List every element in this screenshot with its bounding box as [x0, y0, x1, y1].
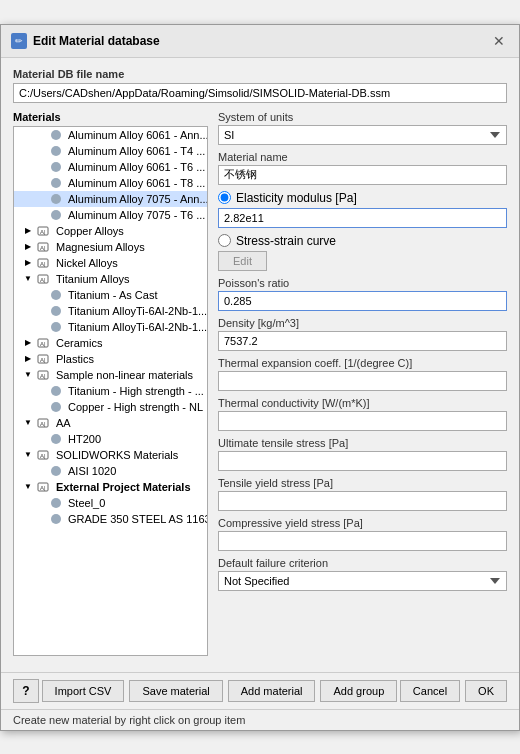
svg-text:A|: A| [40, 453, 46, 459]
help-button[interactable]: ? [13, 679, 39, 703]
tree-item-ti2[interactable]: Titanium AlloyTi-6Al-2Nb-1... [14, 303, 207, 319]
tensile-input[interactable] [218, 491, 507, 511]
tree-item-label: AA [56, 417, 71, 429]
svg-text:A|: A| [40, 357, 46, 363]
tree-item-label: Aluminum Alloy 7075 - Ann... [68, 193, 207, 205]
expand-icon[interactable]: ▶ [22, 225, 34, 237]
expand-icon[interactable]: ▼ [22, 417, 34, 429]
tree-item-alum5[interactable]: Aluminum Alloy 7075 - Ann... [14, 191, 207, 207]
tree-item-label: Steel_0 [68, 497, 105, 509]
tensile-label: Tensile yield stress [Pa] [218, 477, 507, 489]
elasticity-radio[interactable] [218, 191, 231, 204]
tree-item-label: SOLIDWORKS Materials [56, 449, 178, 461]
expand-icon[interactable]: ▶ [22, 353, 34, 365]
mat-name-row: Material name [218, 151, 507, 185]
cancel-button[interactable]: Cancel [400, 680, 460, 702]
tree-item-grade[interactable]: GRADE 350 STEEL AS 1163 [14, 511, 207, 527]
tree-item-alum3[interactable]: Aluminum Alloy 6061 - T6 ... [14, 159, 207, 175]
tree-item-label: Aluminum Alloy 6061 - T4 ... [68, 145, 205, 157]
tree-item-ht200[interactable]: HT200 [14, 431, 207, 447]
compressive-input[interactable] [218, 531, 507, 551]
stress-strain-label[interactable]: Stress-strain curve [236, 234, 336, 248]
close-button[interactable]: ✕ [489, 31, 509, 51]
tree-item-copper[interactable]: ▶A|Copper Alloys [14, 223, 207, 239]
tree-item-ti_high[interactable]: Titanium - High strength - ... [14, 383, 207, 399]
file-path-input[interactable] [13, 83, 507, 103]
expand-icon[interactable]: ▼ [22, 369, 34, 381]
tree-item-copper_high[interactable]: Copper - High strength - NL [14, 399, 207, 415]
expand-icon[interactable]: ▶ [22, 241, 34, 253]
material-dot-icon [51, 210, 61, 220]
units-select[interactable]: SI CGS IPS [218, 125, 507, 145]
tree-item-label: Titanium AlloyTi-6Al-2Nb-1... [68, 305, 207, 317]
tree-item-label: GRADE 350 STEEL AS 1163 [68, 513, 207, 525]
tree-item-nickel[interactable]: ▶A|Nickel Alloys [14, 255, 207, 271]
tree-item-ti3[interactable]: Titanium AlloyTi-6Al-2Nb-1... [14, 319, 207, 335]
mat-name-input[interactable] [218, 165, 507, 185]
tree-item-titanium[interactable]: ▼A|Titanium Alloys [14, 271, 207, 287]
group-icon: A| [37, 369, 49, 381]
stress-strain-row: Stress-strain curve Edit [218, 234, 507, 271]
tree-item-ceramics[interactable]: ▶A|Ceramics [14, 335, 207, 351]
materials-label: Materials [13, 111, 208, 123]
tree-item-alum6[interactable]: Aluminum Alloy 7075 - T6 ... [14, 207, 207, 223]
tree-item-alum4[interactable]: Aluminum Alloy 6061 - T8 ... [14, 175, 207, 191]
left-buttons: ? [13, 679, 39, 703]
svg-text:A|: A| [40, 277, 46, 283]
thermal-cond-label: Thermal conductivity [W/(m*K)] [218, 397, 507, 409]
expand-icon[interactable]: ▶ [22, 257, 34, 269]
elasticity-row: Elasticity modulus [Pa] [218, 191, 507, 228]
right-panel: System of units SI CGS IPS Material name… [218, 111, 507, 656]
expand-icon[interactable]: ▼ [22, 481, 34, 493]
thermal-exp-label: Thermal expansion coeff. [1/(degree C)] [218, 357, 507, 369]
material-tree[interactable]: Aluminum Alloy 6061 - Ann...Aluminum All… [13, 126, 208, 656]
tree-item-label: Sample non-linear materials [56, 369, 193, 381]
group-icon: A| [37, 241, 49, 253]
tree-item-aa_group[interactable]: ▼A|AA [14, 415, 207, 431]
tree-item-label: Titanium AlloyTi-6Al-2Nb-1... [68, 321, 207, 333]
file-path-label: Material DB file name [13, 68, 507, 80]
tree-item-external[interactable]: ▼A|External Project Materials [14, 479, 207, 495]
elasticity-input[interactable] [218, 208, 507, 228]
material-dot-icon [51, 162, 61, 172]
ok-button[interactable]: OK [465, 680, 507, 702]
tree-item-label: HT200 [68, 433, 101, 445]
svg-text:A|: A| [40, 485, 46, 491]
tree-item-aisi[interactable]: AISI 1020 [14, 463, 207, 479]
thermal-exp-input[interactable] [218, 371, 507, 391]
import-csv-button[interactable]: Import CSV [42, 680, 125, 702]
tree-item-alum2[interactable]: Aluminum Alloy 6061 - T4 ... [14, 143, 207, 159]
tree-item-ti1[interactable]: Titanium - As Cast [14, 287, 207, 303]
material-dot-icon [51, 146, 61, 156]
tree-item-solidworks[interactable]: ▼A|SOLIDWORKS Materials [14, 447, 207, 463]
failure-select[interactable]: Not Specified Von Mises Tresca Max Princ… [218, 571, 507, 591]
tree-item-sample[interactable]: ▼A|Sample non-linear materials [14, 367, 207, 383]
material-dot-icon [51, 434, 61, 444]
tree-item-label: Aluminum Alloy 6061 - T6 ... [68, 161, 205, 173]
expand-icon[interactable]: ▼ [22, 273, 34, 285]
failure-row: Default failure criterion Not Specified … [218, 557, 507, 591]
left-panel: Materials Aluminum Alloy 6061 - Ann...Al… [13, 111, 208, 656]
tree-item-plastics[interactable]: ▶A|Plastics [14, 351, 207, 367]
material-dot-icon [51, 194, 61, 204]
edit-button[interactable]: Edit [218, 251, 267, 271]
svg-text:A|: A| [40, 229, 46, 235]
elasticity-radio-label[interactable]: Elasticity modulus [Pa] [236, 191, 357, 205]
group-icon: A| [37, 417, 49, 429]
density-input[interactable] [218, 331, 507, 351]
tree-item-alum1[interactable]: Aluminum Alloy 6061 - Ann... [14, 127, 207, 143]
poisson-input[interactable] [218, 291, 507, 311]
save-material-button[interactable]: Save material [129, 680, 222, 702]
thermal-cond-input[interactable] [218, 411, 507, 431]
tree-item-magnesium[interactable]: ▶A|Magnesium Alloys [14, 239, 207, 255]
group-icon: A| [37, 257, 49, 269]
expand-icon[interactable]: ▶ [22, 337, 34, 349]
tree-item-steel0[interactable]: Steel_0 [14, 495, 207, 511]
stress-strain-radio[interactable] [218, 234, 231, 247]
material-dot-icon [51, 498, 61, 508]
add-group-button[interactable]: Add group [320, 680, 397, 702]
add-material-button[interactable]: Add material [228, 680, 316, 702]
stress-radio-row: Stress-strain curve [218, 234, 507, 248]
expand-icon[interactable]: ▼ [22, 449, 34, 461]
ultimate-input[interactable] [218, 451, 507, 471]
